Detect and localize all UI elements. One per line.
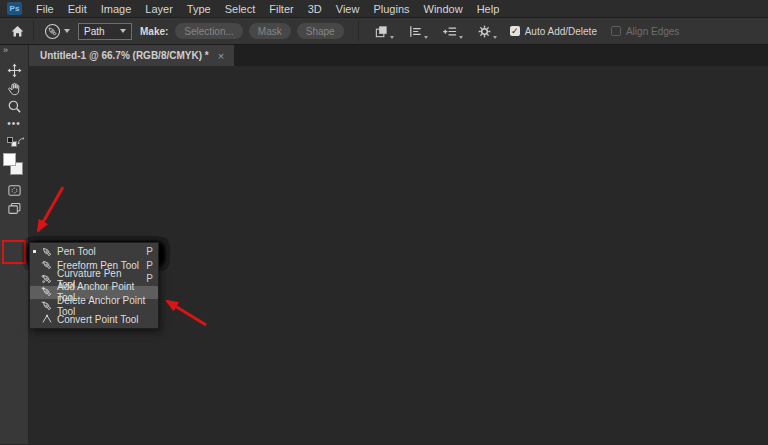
photoshop-logo-icon[interactable]: Ps — [7, 2, 22, 15]
menu-3d[interactable]: 3D — [301, 3, 329, 15]
chevron-down-icon — [424, 36, 428, 39]
shape-button[interactable]: Shape — [297, 23, 344, 39]
pen-options-button[interactable] — [477, 24, 497, 39]
align-edges-label: Align Edges — [626, 26, 679, 37]
document-tab-bar: Untitled-1 @ 66.7% (RGB/8/CMYK) * × — [29, 45, 768, 66]
quick-mask-icon — [7, 183, 22, 198]
menu-item-pen-tool[interactable]: Pen Tool P — [30, 245, 158, 259]
freeform-pen-tool-icon — [40, 259, 53, 271]
default-foreground-swatch — [7, 137, 13, 143]
move-icon — [7, 63, 22, 78]
make-label: Make: — [140, 26, 168, 37]
active-tool-bullet — [33, 250, 40, 253]
foreground-color-swatch[interactable] — [3, 153, 16, 166]
align-edges-checkbox[interactable] — [611, 26, 621, 36]
move-tool[interactable] — [0, 61, 28, 79]
gear-icon — [477, 24, 492, 39]
ellipsis-icon: ••• — [7, 120, 21, 128]
document-tab[interactable]: Untitled-1 @ 66.7% (RGB/8/CMYK) * × — [29, 45, 234, 66]
screen-mode-button[interactable] — [0, 200, 28, 216]
menu-edit[interactable]: Edit — [61, 3, 94, 15]
menu-layer[interactable]: Layer — [138, 3, 180, 15]
zoom-tool[interactable] — [0, 97, 28, 115]
chevron-down-icon — [459, 36, 463, 39]
quick-mask-button[interactable] — [0, 182, 28, 198]
menu-bar: Ps File Edit Image Layer Type Select Fil… — [0, 0, 768, 18]
tools-panel: » — [0, 45, 29, 444]
path-arrangement-button[interactable] — [442, 24, 463, 39]
tool-preset-picker[interactable] — [44, 23, 70, 40]
screen-mode-icon — [7, 201, 22, 216]
delete-anchor-point-tool-icon — [40, 300, 53, 312]
path-operations-icon — [374, 24, 389, 39]
divider — [358, 21, 359, 41]
menu-view[interactable]: View — [329, 3, 367, 15]
pen-tool-flyout-menu: Pen Tool P Freeform Pen Tool P Curvature… — [29, 242, 159, 329]
menu-item-delete-anchor-point-tool[interactable]: Delete Anchor Point Tool — [30, 299, 158, 313]
menu-file[interactable]: File — [29, 3, 61, 15]
chevron-down-icon — [64, 29, 70, 33]
curvature-pen-tool-icon — [40, 273, 53, 285]
menu-filter[interactable]: Filter — [262, 3, 300, 15]
convert-point-tool-icon — [40, 313, 53, 325]
photoshop-window: { "app": { "logo_text": "Ps" }, "menubar… — [0, 0, 768, 445]
main-area: » — [0, 45, 768, 444]
menu-help[interactable]: Help — [470, 3, 507, 15]
hand-tool[interactable] — [0, 79, 28, 97]
swap-colors-icon[interactable] — [17, 137, 25, 145]
close-icon[interactable]: × — [218, 51, 224, 61]
divider — [33, 21, 34, 41]
path-alignment-button[interactable] — [408, 24, 428, 39]
magnifier-icon — [7, 99, 22, 114]
auto-add-delete-checkbox[interactable]: ✓ — [510, 26, 520, 36]
document-tab-title: Untitled-1 @ 66.7% (RGB/8/CMYK) * — [40, 50, 209, 61]
annotation-highlight-box — [2, 240, 26, 264]
menu-plugins[interactable]: Plugins — [366, 3, 416, 15]
mask-button[interactable]: Mask — [249, 23, 291, 39]
hand-icon — [7, 81, 22, 96]
selection-button[interactable]: Selection... — [175, 23, 242, 39]
menu-window[interactable]: Window — [417, 3, 470, 15]
pen-preset-icon — [44, 23, 61, 40]
add-anchor-point-tool-icon — [40, 286, 53, 298]
shortcut-key: P — [140, 246, 153, 257]
align-icon — [408, 24, 423, 39]
options-bar: Path Make: Selection... Mask Shape ✓ Aut… — [0, 18, 768, 45]
edit-toolbar-button[interactable]: ••• — [0, 115, 28, 133]
shortcut-key: P — [140, 260, 153, 271]
tool-mode-select[interactable]: Path — [78, 23, 132, 40]
menu-select[interactable]: Select — [218, 3, 263, 15]
collapse-panel-button[interactable]: » — [0, 45, 28, 57]
auto-add-delete-label: Auto Add/Delete — [525, 26, 597, 37]
menu-type[interactable]: Type — [180, 3, 218, 15]
default-swap-colors[interactable] — [0, 136, 28, 149]
menu-image[interactable]: Image — [94, 3, 139, 15]
arrange-layers-icon — [442, 24, 458, 39]
chevron-down-icon — [390, 36, 394, 39]
tool-mode-value: Path — [84, 26, 105, 37]
path-operations-button[interactable] — [374, 24, 394, 39]
menu-item-convert-point-tool[interactable]: Convert Point Tool — [30, 313, 158, 327]
home-icon[interactable] — [10, 24, 25, 39]
chevron-down-icon — [493, 36, 497, 39]
color-swatches[interactable] — [0, 152, 28, 178]
pen-tool-icon — [40, 246, 53, 258]
chevron-down-icon — [120, 29, 126, 33]
